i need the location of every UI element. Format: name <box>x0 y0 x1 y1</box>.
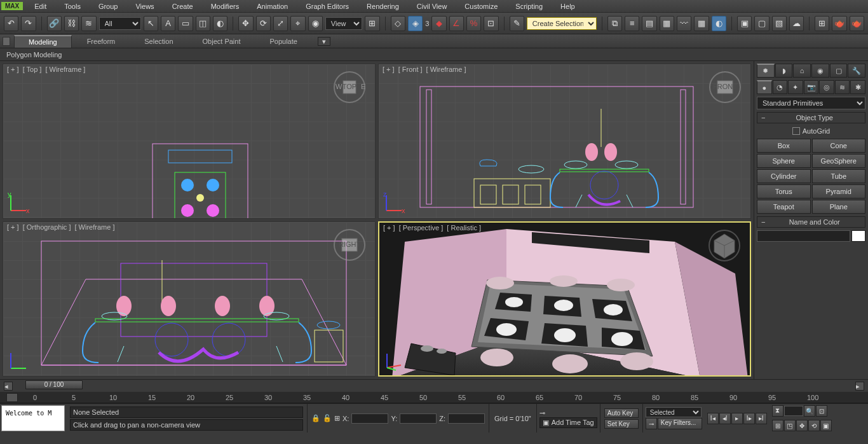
cat-helpers-icon[interactable]: ◎ <box>819 80 834 94</box>
tab-object-paint[interactable]: Object Paint <box>189 36 255 47</box>
cat-shapes-icon[interactable]: ◔ <box>773 80 788 94</box>
time-slider[interactable]: ◂ 0 / 100 ▸ <box>0 379 868 392</box>
cat-systems-icon[interactable]: ✱ <box>850 80 865 94</box>
align-button[interactable]: ≡ <box>625 16 639 31</box>
spinner-snap-button[interactable]: % <box>466 16 481 31</box>
open-autodesk-button[interactable]: ⊞ <box>815 16 829 31</box>
time-tag-icon[interactable]: ▣ <box>543 419 549 427</box>
play-button[interactable]: ▸ <box>731 413 743 424</box>
angle-snap-button[interactable]: ◆ <box>431 16 446 31</box>
box-button[interactable]: Box <box>757 139 811 153</box>
cat-lights-icon[interactable]: ✦ <box>788 80 803 94</box>
geosphere-button[interactable]: GeoSphere <box>812 154 866 168</box>
undo-button[interactable]: ↶ <box>4 16 18 31</box>
keyboard-shortcut-button[interactable]: ◇ <box>391 16 405 31</box>
set-key-button[interactable]: Set Key <box>604 419 639 429</box>
plane-button[interactable]: Plane <box>812 200 866 214</box>
schematic-view-button[interactable]: ▦ <box>694 16 709 31</box>
trackbar-toggle-icon[interactable] <box>6 393 18 402</box>
zoom-all-button[interactable]: ⊡ <box>816 405 827 417</box>
time-slider-handle[interactable]: 0 / 100 <box>25 380 83 389</box>
viewcube-icon[interactable]: FRONT <box>707 69 743 105</box>
unlink-button[interactable]: ⛓ <box>64 16 79 31</box>
object-color-swatch[interactable] <box>851 230 865 242</box>
viewcube-icon[interactable] <box>707 228 742 263</box>
tab-modify-icon[interactable]: ◗ <box>775 64 793 78</box>
tab-populate[interactable]: Populate <box>255 36 311 47</box>
viewport-top[interactable]: [ + ][ Top ][ Wireframe ] TOPWE xy <box>3 64 376 219</box>
render-teapot-button[interactable]: 🫖 <box>832 16 846 31</box>
name-color-rollout[interactable]: −Name and Color <box>757 216 865 228</box>
material-editor-button[interactable]: ◐ <box>712 16 726 31</box>
menu-modifiers[interactable]: Modifiers <box>202 1 248 11</box>
teapot-button[interactable]: Teapot <box>757 200 811 214</box>
auto-key-button[interactable]: Auto Key <box>604 408 639 418</box>
slider-prev-button[interactable]: ◂ <box>4 382 13 391</box>
key-selection-combo[interactable]: Selected <box>646 407 702 417</box>
slider-next-button[interactable]: ▸ <box>855 382 864 391</box>
viewport-perspective[interactable]: [ + ][ Perspective ][ Realistic ] <box>378 221 751 377</box>
render-frame-button[interactable]: ▢ <box>754 16 769 31</box>
tube-button[interactable]: Tube <box>812 169 866 183</box>
viewport-label[interactable]: [ + ][ Front ][ Wireframe ] <box>381 66 468 73</box>
tab-motion-icon[interactable]: ◉ <box>811 64 829 78</box>
layers-button[interactable]: ▤ <box>642 16 656 31</box>
mirror-button[interactable]: ⧉ <box>607 16 622 31</box>
viewcube-icon[interactable]: RIGHT <box>332 227 367 263</box>
prev-frame-button[interactable]: ◂I <box>719 413 731 424</box>
viewport-label[interactable]: [ + ][ Perspective ][ Realistic ] <box>382 224 482 232</box>
set-key-icon[interactable]: ⊸ <box>646 418 657 429</box>
select-by-name-button[interactable]: A <box>161 16 175 31</box>
orbit-button[interactable]: ⟲ <box>808 420 820 431</box>
autogrid-checkbox[interactable] <box>792 127 800 135</box>
polygon-modeling-label[interactable]: Polygon Modeling <box>6 51 62 59</box>
cone-button[interactable]: Cone <box>812 139 866 153</box>
named-sel-abc-icon[interactable]: ✎ <box>510 16 524 31</box>
menu-scripting[interactable]: Scripting <box>506 1 552 11</box>
key-mode-icon[interactable]: ⊸ <box>539 409 545 417</box>
sphere-button[interactable]: Sphere <box>757 154 811 168</box>
pan-button[interactable]: ✥ <box>796 420 808 431</box>
goto-end-button[interactable]: ▸I <box>756 413 767 424</box>
viewport-label[interactable]: [ + ][ Orthographic ][ Wireframe ] <box>6 223 116 231</box>
edit-named-sel-button[interactable]: ⊡ <box>484 16 498 31</box>
menu-tools[interactable]: Tools <box>55 1 90 11</box>
move-button[interactable]: ✥ <box>238 16 253 31</box>
menu-create[interactable]: Create <box>163 1 202 11</box>
viewport-front[interactable]: [ + ][ Front ][ Wireframe ] FRONT xz <box>378 64 751 219</box>
app-badge[interactable]: MAX <box>1 2 23 10</box>
menu-rendering[interactable]: Rendering <box>358 1 408 11</box>
zoom-extents-button[interactable]: ⊞ <box>772 420 783 431</box>
ribbon-collapse-icon[interactable] <box>3 37 10 46</box>
menu-civil-view[interactable]: Civil View <box>408 1 456 11</box>
primitive-category-combo[interactable]: Standard Primitives <box>757 97 865 109</box>
goto-start-button[interactable]: I◂ <box>707 413 719 424</box>
rotate-button[interactable]: ⟳ <box>256 16 271 31</box>
cat-cameras-icon[interactable]: 📷 <box>804 80 819 94</box>
select-object-button[interactable]: ↖ <box>144 16 158 31</box>
tab-display-icon[interactable]: ▢ <box>830 64 848 78</box>
object-name-field[interactable] <box>757 230 850 242</box>
zoom-button[interactable]: 🔍 <box>804 405 815 417</box>
absolute-mode-icon[interactable]: ⊞ <box>334 414 340 422</box>
tab-freeform[interactable]: Freeform <box>73 36 130 47</box>
object-type-rollout[interactable]: −Object Type <box>757 112 865 123</box>
viewport-label[interactable]: [ + ][ Top ][ Wireframe ] <box>6 66 86 73</box>
pyramid-button[interactable]: Pyramid <box>812 184 866 198</box>
viewcube-icon[interactable]: TOPWE <box>332 69 367 105</box>
add-time-tag[interactable]: Add Time Tag <box>552 419 594 426</box>
rect-region-button[interactable]: ▭ <box>178 16 193 31</box>
manage-layers-button[interactable]: ▦ <box>660 16 674 31</box>
y-input[interactable] <box>400 413 437 424</box>
render-teapot-prod-button[interactable]: 🫖 <box>850 16 864 31</box>
scale-button[interactable]: ⤢ <box>273 16 288 31</box>
ribbon-menu-icon[interactable]: ▾ <box>318 37 330 46</box>
render-setup-button[interactable]: ▣ <box>737 16 752 31</box>
menu-views[interactable]: Views <box>126 1 163 11</box>
tab-hierarchy-icon[interactable]: ⌂ <box>793 64 811 78</box>
link-button[interactable]: 🔗 <box>47 16 62 31</box>
next-frame-button[interactable]: I▸ <box>743 413 755 424</box>
menu-customize[interactable]: Customize <box>456 1 506 11</box>
time-config-button[interactable]: ⧗ <box>772 405 783 417</box>
manipulate-button[interactable]: ⊞ <box>365 16 379 31</box>
